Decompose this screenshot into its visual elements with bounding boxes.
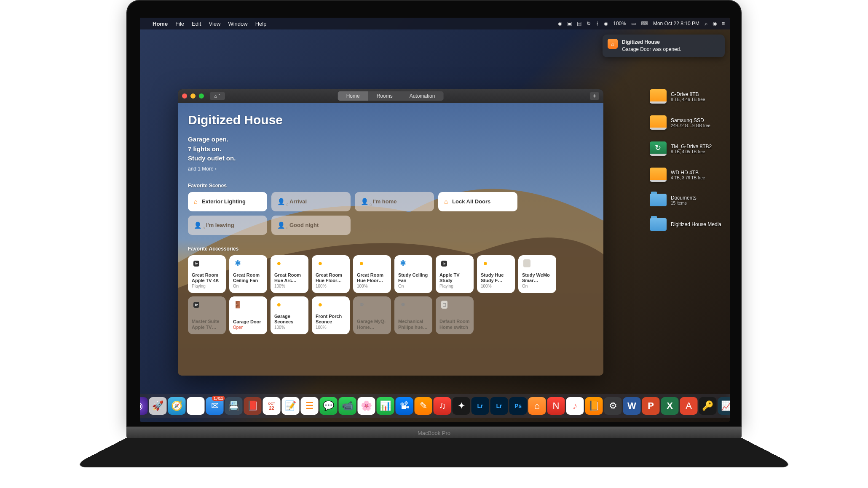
menu-edit[interactable]: Edit [192, 21, 201, 27]
status-clock[interactable]: Mon Oct 22 8:10 PM [653, 21, 699, 27]
dock-contacts[interactable]: 📇 [225, 397, 243, 415]
dock-clips[interactable]: ✦ [453, 397, 470, 415]
scene-tile[interactable]: ⌂Exterior Lighting [188, 192, 267, 211]
laptop-keyboard [68, 438, 799, 467]
person-home-icon: 👤⌂ [277, 221, 285, 229]
tile-name: Study WeMo Smar… [522, 272, 552, 284]
dock-ibooks[interactable]: 📙 [585, 397, 603, 415]
notification-banner[interactable]: ⌂ Digitized House Garage Door was opened… [603, 35, 725, 57]
siri-icon[interactable]: ◉ [713, 21, 717, 27]
status-more-link[interactable]: and 1 More › [188, 166, 593, 172]
menu-file[interactable]: File [175, 21, 184, 27]
dock-facetime[interactable]: 📹 [339, 397, 356, 415]
accessory-tile[interactable]: tvGreat Room Apple TV 4KPlaying [188, 255, 226, 293]
accessory-tile[interactable]: ●Great Room Hue Floor L…100% [312, 255, 350, 293]
minimize-button[interactable] [190, 93, 196, 99]
home-title: Digitized House [188, 113, 593, 127]
scene-tile[interactable]: 👤⌂I'm leaving [188, 216, 267, 235]
desktop-item[interactable]: G-Drive 8TB8 TB, 4.46 TB free [650, 89, 721, 104]
status-input-icon[interactable]: ⌨ [641, 21, 648, 27]
accessory-tile[interactable]: 🚪Garage DoorOpen [229, 296, 267, 334]
status-bluetooth-icon[interactable]: ᚼ [596, 21, 599, 27]
dock-itunes[interactable]: ♪ [566, 397, 584, 415]
accessory-tile[interactable]: ⚭Garage MyQ-Home… [353, 296, 391, 334]
dock-chrome[interactable]: ◉ [187, 397, 205, 415]
spotlight-icon[interactable]: ⌕ [705, 21, 707, 27]
zoom-button[interactable] [199, 93, 204, 99]
desktop-item[interactable]: ↻TM_G-Drive 8TB28 TB, 4.05 TB free [650, 141, 721, 156]
accessory-tile[interactable]: ✱Study Ceiling FanOn [394, 255, 432, 293]
dock-safari[interactable]: 🧭 [168, 397, 186, 415]
status-dnd-icon[interactable]: ◉ [558, 21, 562, 27]
accessory-tile[interactable]: tvMaster Suite Apple TV Be… [188, 296, 226, 334]
switch-off-icon: ◻ [439, 300, 449, 309]
dock-pages[interactable]: ✎ [415, 397, 432, 415]
dock-lightroom[interactable]: Lr [472, 397, 489, 415]
dock-notes[interactable]: 📝 [282, 397, 300, 415]
dock-activity[interactable]: 📈 [718, 397, 730, 415]
tab-rooms[interactable]: Rooms [368, 91, 401, 101]
dock-siri[interactable]: ◉ [140, 397, 148, 415]
dock-calendar[interactable]: OCT22 [263, 397, 281, 415]
status-airplay-icon[interactable]: ▤ [577, 21, 581, 27]
dock-mail[interactable]: ✉1,411 [206, 397, 224, 415]
dock-news[interactable]: N [547, 397, 565, 415]
desktop-item-label: TM_G-Drive 8TB28 TB, 4.05 TB free [671, 144, 712, 154]
tile-name: Apple TV Study [439, 272, 470, 284]
notification-center-icon[interactable]: ≡ [722, 21, 725, 27]
accessory-tile[interactable]: ⋯Study WeMo Smar…On [518, 255, 556, 293]
menu-view[interactable]: View [209, 21, 220, 27]
dock-photoshop[interactable]: Ps [509, 397, 527, 415]
accessory-tile[interactable]: tvApple TV StudyPlaying [436, 255, 474, 293]
dock-launchpad[interactable]: 🚀 [149, 397, 167, 415]
tab-home[interactable]: Home [338, 91, 368, 101]
tab-automation[interactable]: Automation [401, 91, 444, 101]
app-menu[interactable]: Home [153, 21, 168, 27]
window-titlebar[interactable]: ⌂ ˅ Home Rooms Automation ＋ [178, 89, 603, 103]
dock-photos[interactable]: 🌸 [358, 397, 375, 415]
accessory-tile[interactable]: ⚭Mechanical Philips hue… [394, 296, 432, 334]
menu-window[interactable]: Window [228, 21, 247, 27]
dock-reminders[interactable]: ☰ [301, 397, 319, 415]
dock-word[interactable]: W [623, 397, 641, 415]
status-timemachine-icon[interactable]: ↻ [587, 21, 591, 27]
accessory-tile[interactable]: ✱Great Room Ceiling FanOn [229, 255, 267, 293]
dock-keychain[interactable]: 🔑 [699, 397, 717, 415]
scene-label: I'm leaving [206, 222, 234, 228]
dock-settings[interactable]: ⚙ [604, 397, 622, 415]
accessory-tile[interactable]: ●Great Room Hue Arc Lamp100% [271, 255, 308, 293]
dock-music[interactable]: ♫ [434, 397, 451, 415]
dock-home[interactable]: ⌂ [528, 397, 546, 415]
add-button[interactable]: ＋ [590, 92, 599, 100]
accessory-tile[interactable]: ●Garage Sconces100% [271, 296, 308, 334]
dock-lightroom-classic[interactable]: Lr [490, 397, 508, 415]
desktop-item[interactable]: WD HD 4TB4 TB, 3.76 TB free [650, 168, 721, 182]
close-button[interactable] [182, 93, 187, 99]
dock-numbers[interactable]: 📊 [377, 397, 394, 415]
accessory-tile[interactable]: ◻Default Room Home switch [436, 296, 474, 334]
status-battery-pct[interactable]: 100% [613, 21, 626, 27]
dock-powerpoint[interactable]: P [642, 397, 660, 415]
desktop-item[interactable]: Documents15 items [650, 194, 721, 206]
home-dropdown[interactable]: ⌂ ˅ [210, 92, 225, 100]
scene-tile[interactable]: ⌂Lock All Doors [438, 192, 517, 211]
desktop-item[interactable]: Samsung SSD249.72 G…9 GB free [650, 115, 721, 130]
accessory-tile[interactable]: ●Front Porch Sconce100% [312, 296, 350, 334]
scene-tile[interactable]: 👤⌂Good night [271, 216, 351, 235]
dock-keynote[interactable]: 📽 [396, 397, 413, 415]
dock-dictionary[interactable]: 📕 [244, 397, 262, 415]
dock-messages[interactable]: 💬 [320, 397, 338, 415]
status-wifi-icon[interactable]: ◉ [604, 21, 608, 27]
status-display-icon[interactable]: ▣ [567, 21, 572, 27]
status-line: Study outlet on. [188, 154, 593, 163]
desktop-screen: Home File Edit View Window Help ◉ ▣ ▤ ↻ … [140, 18, 730, 422]
accessory-tile[interactable]: ●Study Hue Study F…100% [477, 255, 515, 293]
dock-excel[interactable]: X [661, 397, 679, 415]
menu-help[interactable]: Help [255, 21, 267, 27]
desktop-item[interactable]: Digitized House Media [650, 218, 721, 231]
dock-acrobat[interactable]: A [680, 397, 698, 415]
accessory-tile[interactable]: ●Great Room Hue Floor L…100% [353, 255, 391, 293]
scene-tile[interactable]: 👤⌂Arrival [271, 192, 351, 211]
scene-tile[interactable]: 👤⌂I'm home [355, 192, 434, 211]
status-battery-icon[interactable]: ▭ [631, 21, 636, 27]
